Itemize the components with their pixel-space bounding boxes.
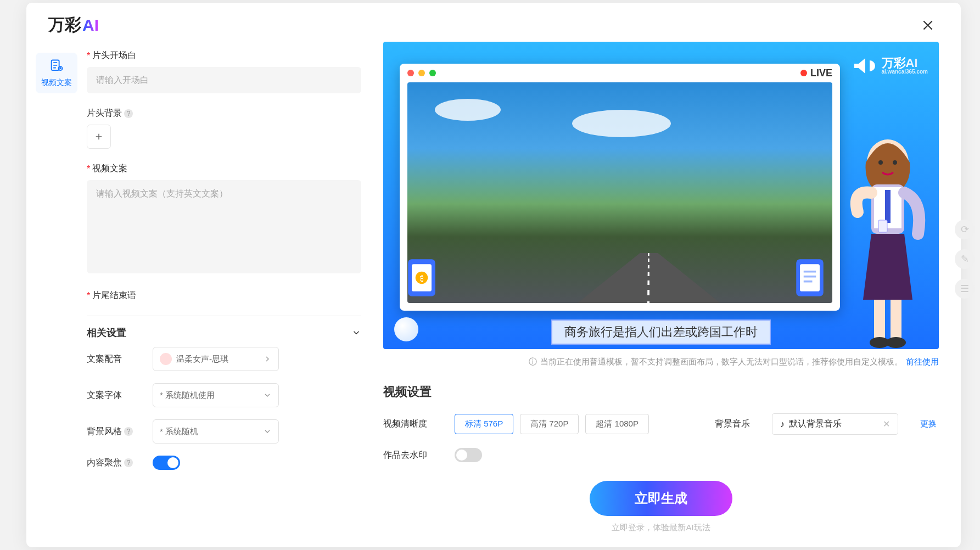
close-icon xyxy=(921,18,935,32)
modal-header: 万彩 AI xyxy=(26,3,961,42)
template-tip: ⓘ 当前正在使用普通模板，暂不支持调整画面布局，数字人无法对口型说话，推荐你使用… xyxy=(383,357,939,367)
add-opening-bg-button[interactable] xyxy=(87,125,111,149)
preview-photo xyxy=(407,82,832,303)
group-opening-bg: 片头背景 ? xyxy=(87,108,361,149)
generate-button[interactable]: 立即生成 xyxy=(590,481,732,516)
svg-rect-15 xyxy=(891,300,901,338)
opening-input[interactable] xyxy=(87,67,361,93)
preview-brand: 万彩AI ai.wancai365.com xyxy=(851,53,928,79)
form-panel: * 片头开场白 片头背景 ? * 视频文案 xyxy=(87,42,372,547)
svg-rect-7 xyxy=(800,264,820,291)
clipboard-right-icon xyxy=(791,253,829,302)
row-voice: 文案配音 温柔女声-思琪 xyxy=(87,347,361,371)
browser-mock: LIVE xyxy=(400,64,840,311)
change-music-button[interactable]: 更换 xyxy=(920,419,937,429)
help-icon[interactable]: ? xyxy=(124,109,133,118)
voice-avatar-icon xyxy=(160,353,172,365)
ending-label: 片尾结束语 xyxy=(92,290,136,301)
voice-selected: 温柔女声-思琪 xyxy=(176,354,228,364)
live-text: LIVE xyxy=(810,68,832,79)
music-select[interactable]: ♪ 默认背景音乐 ✕ xyxy=(772,413,898,435)
traffic-red-icon xyxy=(407,70,414,76)
font-select[interactable]: * 系统随机使用 xyxy=(153,383,279,407)
tip-link[interactable]: 前往使用 xyxy=(906,357,939,367)
voice-select[interactable]: 温柔女声-思琪 xyxy=(153,347,279,371)
music-note-icon: ♪ xyxy=(780,419,785,429)
brand-logo: 万彩 AI xyxy=(48,14,99,36)
side-tool-1[interactable]: ⟳ xyxy=(955,220,975,239)
clipboard-left-icon: ₿ xyxy=(402,253,441,302)
chip-576p[interactable]: 标清 576P xyxy=(455,414,513,434)
script-label-row: * 视频文案 xyxy=(87,163,361,175)
resolution-label: 视频清晰度 xyxy=(383,418,433,430)
plus-icon xyxy=(94,132,104,142)
watermark-label: 作品去水印 xyxy=(383,450,433,461)
bgstyle-label: 背景风格 xyxy=(87,426,122,437)
preview-brand-sub: ai.wancai365.com xyxy=(882,69,928,75)
modal-body: 视频文案 * 片头开场白 片头背景 ? xyxy=(26,42,961,547)
help-icon[interactable]: ? xyxy=(124,427,133,436)
ending-label-row: * 片尾结束语 xyxy=(87,290,361,301)
svg-point-17 xyxy=(886,337,906,348)
side-tool-2[interactable]: ✎ xyxy=(955,249,975,269)
modal: 万彩 AI 视频文案 * 片头开场白 xyxy=(26,3,961,547)
rail-item-video-script[interactable]: 视频文案 xyxy=(36,53,77,93)
row-resolution: 视频清晰度 标清 576P 高清 720P 超清 1080P 背景音乐 ♪ 默认… xyxy=(383,413,939,435)
focus-toggle[interactable] xyxy=(153,456,180,470)
megaphone-icon xyxy=(851,53,877,79)
brand-cn: 万彩 xyxy=(48,14,81,36)
side-tool-3[interactable]: ☰ xyxy=(955,279,975,299)
svg-point-9 xyxy=(878,160,883,165)
bgstyle-selected: * 系统随机 xyxy=(160,426,198,437)
video-settings-title: 视频设置 xyxy=(383,384,939,400)
login-tip: 立即登录，体验最新AI玩法 xyxy=(612,523,710,533)
focus-label: 内容聚焦 xyxy=(87,457,122,469)
page-side-tools: ⟳ ✎ ☰ xyxy=(955,220,975,299)
chip-720p[interactable]: 高清 720P xyxy=(520,414,579,434)
preview-subtitle: 商务旅行是指人们出差或跨国工作时 xyxy=(551,319,771,345)
required-mark: * xyxy=(87,164,90,174)
script-textarea[interactable] xyxy=(87,180,361,273)
opening-label: 片头开场白 xyxy=(92,50,136,61)
globe-icon xyxy=(394,317,418,341)
svg-text:₿: ₿ xyxy=(420,274,424,283)
chevron-down-icon xyxy=(351,328,361,338)
voice-label: 文案配音 xyxy=(87,353,122,365)
chevron-down-icon xyxy=(263,427,272,436)
opening-bg-label: 片头背景 xyxy=(87,108,122,119)
subtitle-text: 商务旅行是指人们出差或跨国工作时 xyxy=(564,325,758,339)
clear-music-button[interactable]: ✕ xyxy=(883,419,890,429)
traffic-green-icon xyxy=(429,70,436,76)
traffic-yellow-icon xyxy=(418,70,425,76)
right-panel: 万彩AI ai.wancai365.com LIVE xyxy=(372,42,961,547)
svg-rect-18 xyxy=(878,220,887,232)
help-icon[interactable]: ? xyxy=(124,458,133,467)
chip-1080p[interactable]: 超清 1080P xyxy=(585,414,649,434)
opening-label-row: * 片头开场白 xyxy=(87,50,361,61)
svg-point-10 xyxy=(893,160,897,165)
presenter-avatar xyxy=(847,130,929,349)
tip-text: 当前正在使用普通模板，暂不支持调整画面布局，数字人无法对口型说话，推荐你使用自定… xyxy=(540,357,903,367)
settings-section-header[interactable]: 相关设置 xyxy=(87,316,361,347)
generate-label: 立即生成 xyxy=(635,490,687,507)
required-mark: * xyxy=(87,291,90,301)
music-selected: 默认背景音乐 xyxy=(789,418,842,430)
watermark-toggle[interactable] xyxy=(455,448,482,462)
preview-brand-en: AI xyxy=(906,56,918,70)
document-voice-icon xyxy=(49,58,64,74)
chevron-right-icon xyxy=(263,355,272,363)
required-mark: * xyxy=(87,51,90,61)
left-rail: 视频文案 xyxy=(26,42,87,547)
opening-bg-label-row: 片头背景 ? xyxy=(87,108,361,119)
font-label: 文案字体 xyxy=(87,390,122,401)
group-script: * 视频文案 xyxy=(87,163,361,276)
live-dot-icon xyxy=(800,70,807,76)
info-icon: ⓘ xyxy=(529,357,537,367)
row-bgstyle: 背景风格 ? * 系统随机 xyxy=(87,419,361,444)
video-preview: 万彩AI ai.wancai365.com LIVE xyxy=(383,42,939,349)
chevron-down-icon xyxy=(263,391,272,400)
bgstyle-select[interactable]: * 系统随机 xyxy=(153,419,279,444)
generate-area: 立即生成 立即登录，体验最新AI玩法 xyxy=(383,481,939,533)
music-label: 背景音乐 xyxy=(715,418,750,430)
close-button[interactable] xyxy=(917,14,939,36)
